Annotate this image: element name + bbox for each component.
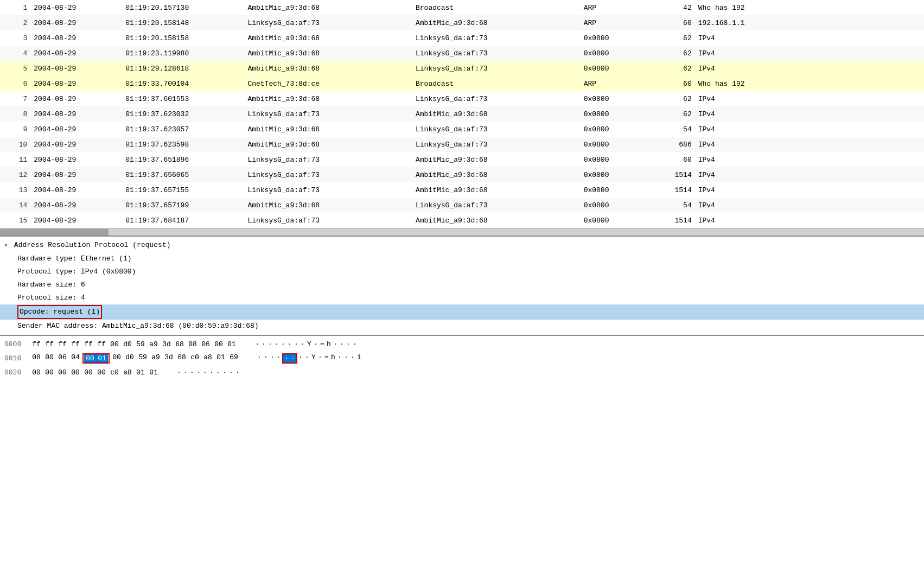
hex-byte[interactable]: 3d	[163, 353, 175, 364]
packet-length: 1514	[649, 213, 694, 228]
hex-byte[interactable]: ff	[56, 340, 68, 348]
ascii-char: ·	[332, 340, 339, 348]
packet-length: 62	[649, 61, 694, 76]
table-row[interactable]: 12004-08-2901:19:20.157130AmbitMic_a9:3d…	[0, 0, 924, 15]
hex-byte[interactable]: d0	[124, 353, 136, 364]
hex-byte[interactable]: 00	[30, 368, 42, 377]
hex-offset: 0000	[4, 340, 30, 348]
ascii-char: ·	[293, 340, 299, 348]
hex-byte[interactable]: ff	[30, 340, 42, 348]
hex-byte-highlighted[interactable]: 01	[96, 354, 108, 363]
table-row[interactable]: 42004-08-2901:19:23.119980AmbitMic_a9:3d…	[0, 46, 924, 61]
opcode-label: Opcode: request (1)	[17, 305, 102, 319]
hex-byte[interactable]: 59	[135, 340, 146, 348]
hex-byte[interactable]: ff	[43, 340, 55, 348]
hex-byte[interactable]: ff	[82, 340, 94, 348]
packet-src: LinksysG_da:af:73	[244, 106, 412, 122]
hex-byte[interactable]: 01	[226, 340, 238, 348]
packet-no: 7	[0, 91, 30, 106]
hex-byte[interactable]: 00	[43, 368, 55, 377]
packet-time: 2004-08-29	[30, 0, 122, 15]
wireshark-window: 12004-08-2901:19:20.157130AmbitMic_a9:3d…	[0, 0, 924, 585]
table-row[interactable]: 52004-08-2901:19:29.128618AmbitMic_a9:3d…	[0, 61, 924, 76]
table-row[interactable]: 152004-08-2901:19:37.684187LinksysG_da:a…	[0, 213, 924, 228]
table-row[interactable]: 92004-08-2901:19:37.623057AmbitMic_a9:3d…	[0, 122, 924, 137]
table-row[interactable]: 122004-08-2901:19:37.656065LinksysG_da:a…	[0, 167, 924, 182]
hex-byte[interactable]: d0	[122, 340, 133, 348]
detail-title-row[interactable]: ▾ Address Resolution Protocol (request)	[0, 239, 924, 252]
hex-byte[interactable]: 59	[137, 353, 149, 364]
ascii-char: ·	[189, 368, 195, 377]
ascii-char: ·	[345, 340, 352, 348]
hex-byte[interactable]: 69	[228, 353, 240, 364]
table-row[interactable]: 112004-08-2901:19:37.651896LinksysG_da:a…	[0, 152, 924, 167]
hex-ascii: ··········	[176, 368, 241, 377]
detail-field-label[interactable]: Protocol type: IPv4 (0x0800)	[0, 265, 924, 278]
hex-bytes: ffffffffffff00d059a93d6808060001	[30, 340, 238, 348]
hex-byte[interactable]: 08	[30, 353, 42, 364]
hex-byte[interactable]: 01	[148, 368, 160, 377]
table-row[interactable]: 142004-08-2901:19:37.657199AmbitMic_a9:3…	[0, 198, 924, 213]
hex-byte[interactable]: 00	[56, 368, 68, 377]
packet-no: 2	[0, 15, 30, 30]
hex-byte[interactable]: 68	[174, 340, 186, 348]
detail-field-label[interactable]: Sender MAC address: AmbitMic_a9:3d:68 (0…	[0, 320, 924, 333]
hex-byte[interactable]: 68	[176, 353, 188, 364]
hex-byte[interactable]: ff	[95, 340, 107, 348]
hex-byte[interactable]: 04	[69, 353, 81, 364]
hex-byte[interactable]: 00	[111, 353, 123, 364]
hex-offset: 0010	[4, 354, 30, 363]
detail-field-label[interactable]: Hardware type: Ethernet (1)	[0, 252, 924, 265]
hex-byte[interactable]: 06	[56, 353, 68, 364]
table-row[interactable]: 32004-08-2901:19:20.158158AmbitMic_a9:3d…	[0, 30, 924, 46]
hex-byte[interactable]: 00	[109, 340, 120, 348]
hex-byte[interactable]: 08	[187, 340, 199, 348]
table-row[interactable]: 72004-08-2901:19:37.601553AmbitMic_a9:3d…	[0, 91, 924, 106]
hex-byte[interactable]: 00	[69, 368, 81, 377]
packet-length: 62	[649, 106, 694, 122]
detail-field-label[interactable]: Protocol size: 4	[0, 291, 924, 304]
table-row[interactable]: 102004-08-2901:19:37.623598AmbitMic_a9:3…	[0, 137, 924, 152]
hex-byte[interactable]: a9	[148, 340, 160, 348]
packet-no: 8	[0, 106, 30, 122]
hex-byte[interactable]: 01	[135, 368, 146, 377]
detail-field-label[interactable]: Hardware size: 6	[0, 278, 924, 291]
table-row[interactable]: 132004-08-2901:19:37.657155LinksysG_da:a…	[0, 182, 924, 198]
hex-byte[interactable]: 00	[95, 368, 107, 377]
packet-protocol: 0x0800	[581, 213, 649, 228]
hex-byte[interactable]: a9	[150, 353, 162, 364]
hex-row: 0020000000000000c0a80101··········	[0, 365, 924, 379]
packet-src: AmbitMic_a9:3d:68	[244, 0, 412, 15]
table-row[interactable]: 82004-08-2901:19:37.623032LinksysG_da:af…	[0, 106, 924, 122]
hex-byte[interactable]: c0	[189, 353, 201, 364]
hex-byte[interactable]: 00	[82, 368, 94, 377]
hex-byte[interactable]: 3d	[161, 340, 173, 348]
hex-byte[interactable]: c0	[109, 368, 120, 377]
detail-field-row[interactable]: Opcode: request (1)	[0, 304, 924, 320]
hex-byte[interactable]: 01	[215, 353, 227, 364]
packet-length: 62	[649, 91, 694, 106]
packet-time: 2004-08-29	[30, 167, 122, 182]
horizontal-scrollbar[interactable]	[0, 228, 924, 236]
packet-info: IPv4	[695, 122, 924, 137]
ascii-char: Y	[310, 353, 317, 364]
packet-timestamp: 01:19:20.158158	[122, 30, 244, 46]
packet-dst: LinksysG_da:af:73	[412, 30, 581, 46]
table-row[interactable]: 22004-08-2901:19:20.158148LinksysG_da:af…	[0, 15, 924, 30]
hex-byte[interactable]: 00	[43, 353, 55, 364]
hex-byte[interactable]: 06	[200, 340, 212, 348]
packet-length: 54	[649, 198, 694, 213]
scrollbar-thumb[interactable]	[0, 229, 109, 236]
packet-length: 60	[649, 15, 694, 30]
ascii-char: ·	[336, 353, 343, 364]
packet-protocol: 0x0800	[581, 122, 649, 137]
ascii-char: ·	[234, 368, 241, 377]
detail-title: Address Resolution Protocol (request)	[14, 241, 171, 249]
hex-byte[interactable]: a8	[202, 353, 214, 364]
table-row[interactable]: 62004-08-2901:19:33.700104CnetTech_73:8d…	[0, 76, 924, 91]
packet-src: AmbitMic_a9:3d:68	[244, 198, 412, 213]
hex-byte[interactable]: a8	[122, 368, 133, 377]
hex-byte[interactable]: ff	[69, 340, 81, 348]
hex-byte-highlighted[interactable]: 00	[84, 354, 96, 363]
hex-byte[interactable]: 00	[213, 340, 225, 348]
